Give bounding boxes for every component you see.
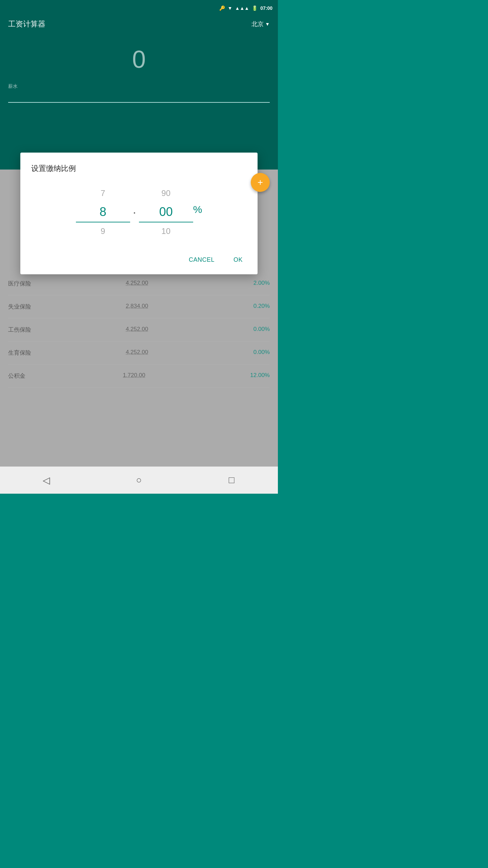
back-nav-button[interactable]: ◁: [38, 472, 55, 489]
table-row: 生育保险 4,252.00 0.00%: [8, 341, 270, 364]
battery-icon: 🔋: [252, 5, 258, 11]
signal-icon: ▲▲▲: [235, 5, 249, 11]
main-number-display: 0: [0, 32, 278, 83]
row-label: 生育保险: [8, 349, 31, 357]
table-row: 工伤保险 4,252.00 0.00%: [8, 318, 270, 341]
status-bar: 🔑 ▼ ▲▲▲ 🔋 07:00: [0, 0, 278, 16]
city-name: 北京: [251, 20, 264, 28]
home-icon: ○: [136, 475, 142, 486]
table-row: 失业保险 2,834.00 0.20%: [8, 295, 270, 318]
home-nav-button[interactable]: ○: [130, 472, 147, 489]
row-percent: 0.00%: [243, 349, 270, 357]
bottom-nav: ◁ ○ □: [0, 467, 278, 494]
wifi-icon: ▼: [228, 5, 232, 11]
row-label: 医疗保险: [8, 280, 31, 288]
dropdown-icon: ▼: [265, 21, 270, 27]
row-value: 4,252.00: [126, 326, 148, 334]
app-title: 工资计算器: [8, 19, 45, 29]
table-row: 医疗保险 4,252.00 2.00%: [8, 272, 270, 295]
recents-icon: □: [229, 475, 235, 486]
row-value: 4,252.00: [126, 349, 148, 357]
city-selector[interactable]: 北京 ▼: [251, 20, 270, 28]
key-icon: 🔑: [219, 5, 225, 11]
row-percent: 2.00%: [243, 280, 270, 288]
row-percent: 0.20%: [243, 303, 270, 311]
fab-button[interactable]: +: [251, 173, 270, 192]
row-percent: 0.00%: [243, 326, 270, 334]
row-value: 2,834.00: [126, 303, 148, 311]
top-bar: 工资计算器 北京 ▼: [0, 16, 278, 32]
row-label: 公积金: [8, 372, 25, 380]
status-time: 07:00: [260, 5, 272, 11]
salary-label: 薪水: [8, 83, 270, 90]
row-percent: 12.00%: [243, 372, 270, 380]
salary-input[interactable]: [8, 92, 270, 103]
table-row: 公积金 1,720.00 12.00%: [8, 364, 270, 388]
recents-nav-button[interactable]: □: [223, 472, 240, 489]
row-label: 失业保险: [8, 303, 31, 311]
salary-section: 薪水: [0, 83, 278, 110]
fab-icon: +: [258, 177, 263, 188]
insurance-table: 医疗保险 4,252.00 2.00% 失业保险 2,834.00 0.20% …: [0, 272, 278, 388]
row-value: 1,720.00: [123, 372, 145, 380]
row-label: 工伤保险: [8, 326, 31, 334]
back-icon: ◁: [43, 475, 50, 486]
row-value: 4,252.00: [126, 280, 148, 288]
